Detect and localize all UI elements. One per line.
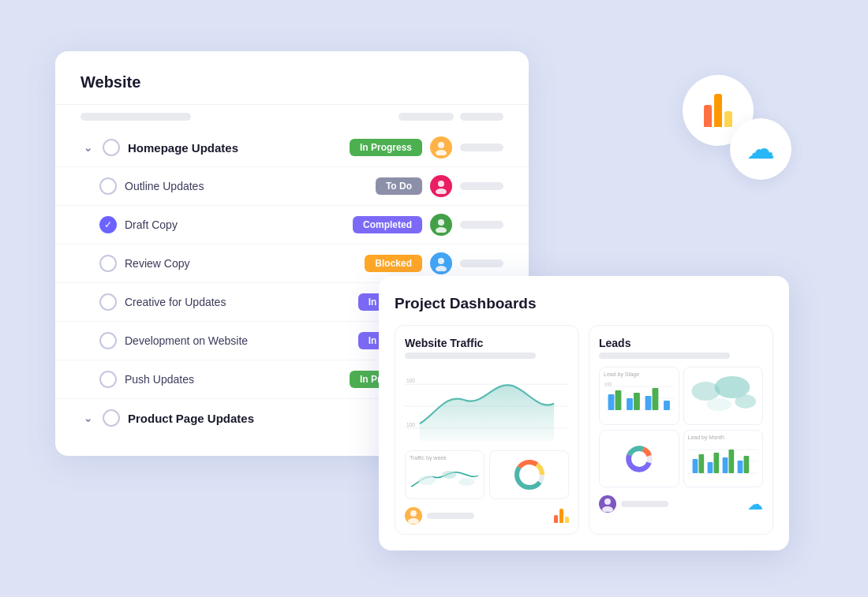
leads-bar-chart-left: Lead by Stage 100 bbox=[599, 367, 679, 425]
checkbox-creative[interactable] bbox=[99, 293, 117, 311]
checkbox-product[interactable] bbox=[103, 409, 120, 427]
scene: Website ⌄ Homepage Updates In Progress bbox=[0, 0, 868, 597]
svg-rect-34 bbox=[627, 398, 633, 410]
svg-point-0 bbox=[438, 142, 444, 148]
task-row-draft[interactable]: ✓ Draft Copy Completed bbox=[55, 206, 529, 244]
traffic-mini-left: Traffic by week bbox=[405, 450, 485, 499]
task-name-review: Review Copy bbox=[125, 257, 357, 270]
avatar-line-homepage bbox=[460, 144, 503, 151]
task-name-homepage: Homepage Updates bbox=[128, 141, 342, 155]
bottom-line-traffic bbox=[427, 513, 474, 519]
card-bottom-leads: ☁ bbox=[599, 495, 763, 513]
checkbox-draft[interactable]: ✓ bbox=[99, 216, 117, 233]
svg-text:100: 100 bbox=[406, 376, 415, 384]
mini-map-svg bbox=[410, 463, 480, 491]
task-name-outline: Outline Updates bbox=[125, 180, 368, 192]
avatar-review bbox=[430, 252, 452, 274]
svg-point-3 bbox=[436, 188, 447, 194]
card-sub-line-leads bbox=[599, 353, 730, 359]
bottom-line-leads bbox=[621, 501, 668, 507]
cloud-icon-small: ☁ bbox=[747, 496, 763, 512]
cloud-circle: ☁ bbox=[730, 118, 791, 180]
leads-map-right bbox=[683, 367, 764, 425]
traffic-bottom-charts: Traffic by week bbox=[405, 450, 569, 499]
svg-point-42 bbox=[706, 398, 731, 411]
task-row-homepage[interactable]: ⌄ Homepage Updates In Progress bbox=[55, 129, 529, 167]
svg-point-58 bbox=[604, 498, 611, 505]
svg-point-59 bbox=[602, 506, 613, 512]
svg-rect-57 bbox=[743, 456, 749, 473]
checkbox-push[interactable] bbox=[99, 371, 117, 388]
bar-s1 bbox=[554, 515, 558, 523]
col-header-1 bbox=[80, 113, 191, 121]
col-headers bbox=[55, 105, 529, 129]
leads-label-1: Lead by Stage bbox=[604, 371, 675, 377]
svg-rect-32 bbox=[608, 394, 615, 410]
svg-point-4 bbox=[438, 219, 444, 226]
svg-rect-55 bbox=[728, 450, 734, 473]
checkbox-review[interactable] bbox=[99, 255, 117, 272]
cloud-icon: ☁ bbox=[746, 135, 775, 163]
svg-point-7 bbox=[436, 266, 447, 271]
dashboard-panel: Project Dashboards Website Traffic 100 1… bbox=[379, 276, 789, 550]
svg-point-41 bbox=[735, 394, 756, 409]
svg-point-26 bbox=[410, 510, 417, 517]
svg-rect-56 bbox=[737, 461, 743, 473]
chevron-down-icon[interactable]: ⌄ bbox=[80, 140, 95, 155]
col-header-2 bbox=[398, 113, 454, 121]
avatar-line-outline bbox=[460, 182, 503, 190]
card-avatar-traffic bbox=[405, 507, 474, 524]
leads-bar-right: Lead by Month bbox=[683, 430, 764, 487]
avatar-line-draft bbox=[460, 221, 503, 229]
bar-s2 bbox=[559, 509, 563, 523]
float-icons-area: ☁ bbox=[683, 75, 793, 177]
leads-bar-svg: 100 bbox=[604, 379, 675, 416]
svg-rect-35 bbox=[634, 393, 640, 410]
traffic-mini-right bbox=[489, 450, 569, 499]
svg-rect-38 bbox=[664, 401, 670, 410]
donut-svg-leads bbox=[623, 442, 656, 476]
dashboard-cards: Website Traffic 100 100 bbox=[395, 325, 773, 535]
leads-label-2: Lead by Month bbox=[688, 435, 759, 440]
svg-rect-37 bbox=[653, 388, 659, 410]
mini-label-1: Traffic by week bbox=[410, 455, 480, 461]
avatar-traffic bbox=[405, 507, 422, 524]
svg-point-21 bbox=[458, 478, 474, 486]
checkbox-dev[interactable] bbox=[99, 332, 117, 349]
leads-map-svg bbox=[688, 371, 759, 417]
badge-outline: To Do bbox=[376, 177, 422, 195]
avatar-line-review bbox=[460, 259, 503, 267]
leads-top-charts: Lead by Stage 100 bbox=[599, 367, 763, 425]
leads-bottom-charts: Lead by Month bbox=[599, 430, 763, 487]
card-title-traffic: Website Traffic bbox=[405, 337, 569, 349]
bar-chart-small-icon bbox=[554, 509, 569, 523]
svg-rect-54 bbox=[722, 457, 728, 473]
svg-point-19 bbox=[418, 476, 436, 485]
card-bottom-traffic bbox=[405, 507, 569, 524]
svg-point-20 bbox=[442, 471, 456, 479]
svg-rect-53 bbox=[713, 453, 719, 473]
checkbox-outline[interactable] bbox=[99, 177, 117, 195]
svg-rect-51 bbox=[698, 454, 704, 473]
bar-chart-icon bbox=[704, 94, 732, 127]
col-header-3 bbox=[460, 113, 503, 121]
dashboard-title: Project Dashboards bbox=[395, 295, 773, 312]
svg-rect-50 bbox=[692, 459, 698, 473]
chevron-down-icon-product[interactable]: ⌄ bbox=[80, 411, 95, 425]
task-name-creative: Creative for Updates bbox=[125, 296, 350, 308]
svg-point-1 bbox=[436, 150, 447, 155]
checkbox-homepage[interactable] bbox=[103, 139, 120, 156]
svg-rect-36 bbox=[645, 396, 652, 410]
svg-rect-52 bbox=[707, 462, 713, 473]
badge-draft: Completed bbox=[353, 216, 422, 233]
task-name-draft: Draft Copy bbox=[125, 218, 345, 231]
svg-point-27 bbox=[408, 518, 419, 524]
svg-text:100: 100 bbox=[604, 382, 612, 386]
traffic-chart-top: 100 100 bbox=[405, 367, 569, 446]
svg-point-2 bbox=[438, 181, 444, 187]
avatar-draft bbox=[430, 214, 452, 236]
bar-1 bbox=[704, 105, 712, 127]
task-name-dev: Development on Website bbox=[125, 334, 350, 347]
svg-point-5 bbox=[436, 227, 447, 233]
task-row-outline[interactable]: Outline Updates To Do bbox=[55, 167, 529, 206]
